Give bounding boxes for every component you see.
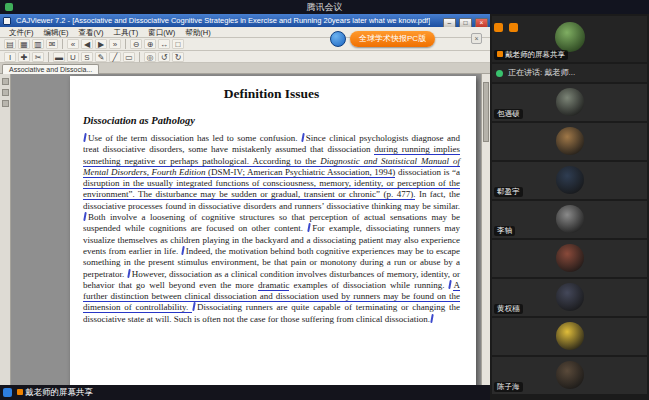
toolbar-separator <box>62 39 63 49</box>
share-indicator-label: 戴老师的屏幕共享 <box>25 387 93 397</box>
last-page-icon[interactable]: » <box>109 39 121 49</box>
cnki-express-logo-icon <box>330 31 346 47</box>
strikeout-icon[interactable]: S <box>81 52 93 62</box>
participant-tile[interactable]: 包遇硕 <box>492 84 647 121</box>
zoom-in-icon[interactable]: ⊕ <box>144 39 156 49</box>
viewer-title: CAJViewer 7.2 - [Associative and Dissoci… <box>16 14 430 27</box>
toolbar-annotate: I✚✂▬US✎╱▭◎↺↻ <box>0 51 490 63</box>
save-icon[interactable]: ▦ <box>18 39 30 49</box>
rotate-left-icon[interactable]: ↺ <box>158 52 170 62</box>
meeting-app-icon[interactable] <box>3 388 12 397</box>
document-tab[interactable]: Associative and Dissocia... <box>2 64 99 74</box>
text-segment: examples of dissociation while running. <box>289 280 448 290</box>
text-select-icon[interactable]: I <box>4 52 16 62</box>
menu-item[interactable]: 查看(V) <box>74 27 109 38</box>
participant-list: 包遇硕郗盈宇李轴黄权穗陈子海 <box>492 84 647 394</box>
side-panel-strip[interactable] <box>0 74 11 385</box>
participant-tile[interactable] <box>492 123 647 160</box>
participant-name: 陈子海 <box>494 382 523 392</box>
full-screen-icon[interactable]: □ <box>172 39 184 49</box>
annotation-mark <box>181 246 185 255</box>
menu-item[interactable]: 工具(T) <box>109 27 144 38</box>
highlight-icon[interactable]: ▬ <box>53 52 65 62</box>
share-tile-label-text: 戴老师的屏幕共享 <box>505 50 565 59</box>
avatar <box>556 322 584 350</box>
annotation-mark <box>430 314 434 323</box>
avatar <box>556 205 584 233</box>
bottom-bar: 戴老师的屏幕共享 <box>0 385 490 400</box>
ad-popup[interactable]: 全球学术快报PC版 × <box>330 29 482 50</box>
meeting-title-bar: 腾讯会议 <box>0 0 649 14</box>
annotation-mark <box>83 212 87 221</box>
annotation-mark <box>127 268 131 277</box>
avatar <box>556 244 584 272</box>
note-icon[interactable]: ✎ <box>95 52 107 62</box>
open-icon[interactable]: ▤ <box>4 39 16 49</box>
share-icon <box>17 389 23 395</box>
avatar <box>556 166 584 194</box>
text-segment: dissociation is “a <box>395 167 460 177</box>
rectangle-icon[interactable]: ▭ <box>123 52 135 62</box>
host-badge-icon <box>494 23 503 32</box>
line-icon[interactable]: ╱ <box>109 52 121 62</box>
speaking-banner: 正在讲话: 戴老师... <box>492 64 647 82</box>
menu-item[interactable]: 帮助(H) <box>180 27 215 38</box>
participant-tile[interactable]: 李轴 <box>492 201 647 238</box>
text-segment: dramatic <box>258 280 289 291</box>
ad-button[interactable]: 全球学术快报PC版 <box>350 31 435 47</box>
participant-name: 黄权穗 <box>494 304 523 314</box>
participant-tile[interactable]: 陈子海 <box>492 357 647 394</box>
hand-tool-icon[interactable]: ✚ <box>18 52 30 62</box>
close-button[interactable]: × <box>475 18 488 28</box>
annotation-mark <box>83 133 87 142</box>
avatar <box>556 88 584 116</box>
speaking-label: 正在讲话: 戴老师... <box>508 68 575 77</box>
zoom-out-icon[interactable]: ⊖ <box>130 39 142 49</box>
maximize-button[interactable]: □ <box>459 18 472 28</box>
share-tile-label: 戴老师的屏幕共享 <box>494 50 568 60</box>
document-tab-label: Associative and Dissocia... <box>9 66 92 73</box>
cajviewer-app-icon <box>3 17 11 25</box>
paragraph: Use of the term dissociation has led to … <box>83 133 460 325</box>
annotation-mark <box>449 280 453 289</box>
rotate-right-icon[interactable]: ↻ <box>172 52 184 62</box>
document-area: Definition Issues Dissociation as Pathol… <box>0 74 490 385</box>
participant-tile[interactable] <box>492 318 647 355</box>
first-page-icon[interactable]: « <box>67 39 79 49</box>
toolbar-separator <box>48 52 49 62</box>
speaker-icon <box>496 70 503 77</box>
participant-name: 包遇硕 <box>494 109 523 119</box>
snapshot-icon[interactable]: ✂ <box>32 52 44 62</box>
next-page-icon[interactable]: ▶ <box>95 39 107 49</box>
search-icon[interactable]: ◎ <box>144 52 156 62</box>
participant-tile[interactable]: 郗盈宇 <box>492 162 647 199</box>
screen-share-tile[interactable]: 戴老师的屏幕共享 <box>492 16 647 62</box>
menu-item[interactable]: 编辑(E) <box>39 27 74 38</box>
fit-width-icon[interactable]: ↔ <box>158 39 170 49</box>
vertical-scrollbar[interactable] <box>481 74 490 385</box>
text-segment: Use of the term dissociation has led to … <box>88 133 301 143</box>
print-icon[interactable]: ▥ <box>32 39 44 49</box>
menu-item[interactable]: 文件(F) <box>4 27 39 38</box>
toolbar-separator <box>125 39 126 49</box>
security-shield-icon <box>5 3 13 11</box>
share-indicator[interactable]: 戴老师的屏幕共享 <box>17 387 93 398</box>
annotation-mark <box>192 302 196 311</box>
prev-page-icon[interactable]: ◀ <box>81 39 93 49</box>
participant-tile[interactable] <box>492 240 647 277</box>
email-icon[interactable]: ✉ <box>46 39 58 49</box>
ad-close-icon[interactable]: × <box>471 33 482 44</box>
avatar <box>556 127 584 155</box>
viewer-titlebar: CAJViewer 7.2 - [Associative and Dissoci… <box>0 14 490 27</box>
subsection-heading: Dissociation as Pathology <box>83 115 460 126</box>
share-badge-icon <box>509 23 518 32</box>
menu-item[interactable]: 窗口(W) <box>143 27 180 38</box>
pdf-page: Definition Issues Dissociation as Pathol… <box>70 76 476 385</box>
scrollbar-thumb[interactable] <box>483 82 489 142</box>
tencent-meeting-window: 腾讯会议 CAJViewer 7.2 - [Associative and Di… <box>0 0 649 400</box>
minimize-button[interactable]: – <box>443 18 456 28</box>
underline-icon[interactable]: U <box>67 52 79 62</box>
section-title: Definition Issues <box>83 86 460 102</box>
participant-tile[interactable]: 黄权穗 <box>492 279 647 316</box>
text-segment: (DSM-IV; American Psychiatric Associatio… <box>206 167 396 178</box>
